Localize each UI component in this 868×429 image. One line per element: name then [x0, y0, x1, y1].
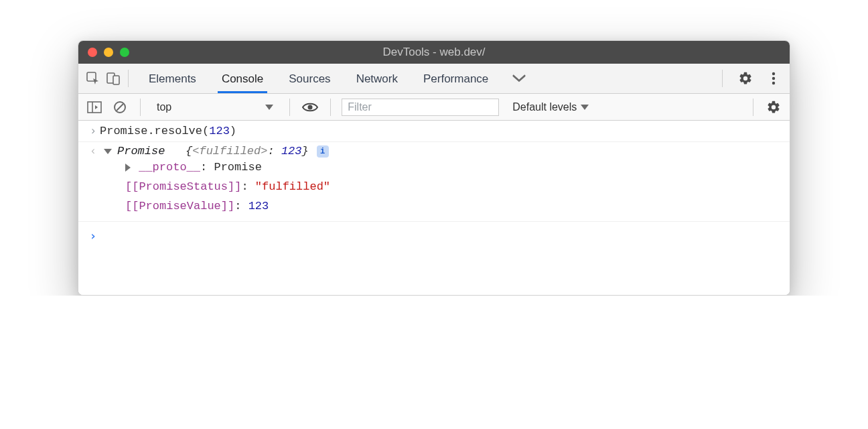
execution-context-label: top — [157, 101, 171, 113]
inspect-element-icon[interactable] — [84, 69, 102, 88]
svg-point-4 — [772, 77, 775, 80]
console-sidebar-toggle-icon[interactable] — [85, 98, 104, 117]
result-value-summary: 123 — [281, 145, 302, 158]
svg-line-9 — [117, 104, 123, 111]
panel-tabs: Elements Console Sources Network Perform… — [146, 66, 535, 92]
svg-point-5 — [772, 82, 775, 84]
colon-sep: : — [234, 200, 248, 212]
chevron-down-icon — [265, 105, 273, 110]
tab-console[interactable]: Console — [219, 66, 266, 92]
open-brace: { — [186, 145, 192, 158]
disclosure-right-icon[interactable] — [125, 164, 131, 172]
output-chevron-icon: ‹ — [86, 145, 100, 158]
console-settings-gear-icon[interactable] — [764, 98, 783, 117]
live-expression-eye-icon[interactable] — [301, 98, 319, 117]
title-bar: DevTools - web.dev/ — [78, 41, 790, 64]
log-levels-label: Default levels — [512, 101, 577, 113]
device-toolbar-icon[interactable] — [104, 69, 123, 88]
divider — [128, 70, 129, 87]
tab-network[interactable]: Network — [354, 66, 401, 92]
svg-point-10 — [308, 105, 313, 109]
code-suffix: ) — [230, 125, 236, 137]
console-toolbar: top Default levels — [78, 94, 790, 121]
console-result-block: ‹ Promise {fulfilled: 123} i __proto__: … — [78, 142, 790, 222]
settings-gear-icon[interactable] — [736, 69, 755, 88]
console-result-header[interactable]: ‹ Promise {fulfilled: 123} i — [86, 145, 782, 158]
window-title: DevTools - web.dev/ — [78, 46, 790, 59]
promise-value-row: [[PromiseValue]]: 123 — [86, 196, 782, 216]
tabs-bar: Elements Console Sources Network Perform… — [78, 64, 790, 94]
code-arg: 123 — [209, 125, 230, 137]
clear-console-icon[interactable] — [111, 98, 129, 117]
log-levels-select[interactable]: Default levels — [506, 99, 595, 116]
minimize-window-button[interactable] — [104, 48, 113, 57]
tab-performance[interactable]: Performance — [421, 66, 491, 92]
promise-value-value: 123 — [248, 200, 269, 212]
svg-point-3 — [772, 72, 775, 75]
proto-row[interactable]: __proto__: Promise — [86, 158, 782, 177]
console-prompt-row[interactable]: › — [78, 222, 790, 249]
tabs-right — [718, 69, 784, 88]
promise-status-key: [[PromiseStatus]] — [125, 180, 241, 193]
console-filter-input[interactable] — [342, 99, 499, 116]
close-window-button[interactable] — [88, 48, 97, 57]
divider — [289, 99, 290, 116]
console-input-row[interactable]: › Promise.resolve(123) — [78, 121, 790, 142]
colon-sep: : — [241, 180, 255, 193]
divider — [722, 70, 723, 87]
divider — [330, 99, 331, 116]
result-status-keyword: fulfilled — [192, 145, 267, 158]
disclosure-down-icon[interactable] — [104, 149, 112, 154]
svg-rect-6 — [88, 102, 101, 113]
colon-sep: : — [267, 145, 281, 158]
result-constructor-label: Promise — [117, 145, 165, 158]
more-tabs-button[interactable] — [511, 74, 535, 83]
proto-key: __proto__ — [139, 161, 200, 174]
svg-rect-2 — [113, 76, 119, 84]
promise-value-key: [[PromiseValue]] — [125, 200, 234, 212]
tab-elements[interactable]: Elements — [146, 66, 199, 92]
input-chevron-icon: › — [86, 125, 100, 137]
chevron-down-icon — [581, 105, 589, 110]
proto-value: Promise — [214, 161, 261, 174]
prompt-chevron-icon: › — [86, 229, 100, 243]
divider — [753, 99, 753, 116]
console-input-code: Promise.resolve(123) — [100, 125, 236, 137]
console-output: › Promise.resolve(123) ‹ Promise {fulfil… — [78, 121, 790, 295]
promise-status-value: "fulfilled" — [255, 180, 330, 193]
window-controls — [78, 48, 129, 57]
devtools-window: DevTools - web.dev/ Elements Console Sou… — [78, 40, 790, 296]
more-menu-icon[interactable] — [764, 69, 783, 88]
tab-sources[interactable]: Sources — [286, 66, 333, 92]
divider — [140, 99, 141, 116]
colon-sep: : — [200, 161, 214, 174]
code-prefix: Promise.resolve( — [100, 125, 209, 137]
info-badge-icon[interactable]: i — [317, 145, 329, 158]
maximize-window-button[interactable] — [120, 48, 129, 57]
close-brace: } — [301, 145, 308, 158]
promise-status-row: [[PromiseStatus]]: "fulfilled" — [86, 177, 782, 196]
execution-context-select[interactable]: top — [151, 99, 279, 116]
